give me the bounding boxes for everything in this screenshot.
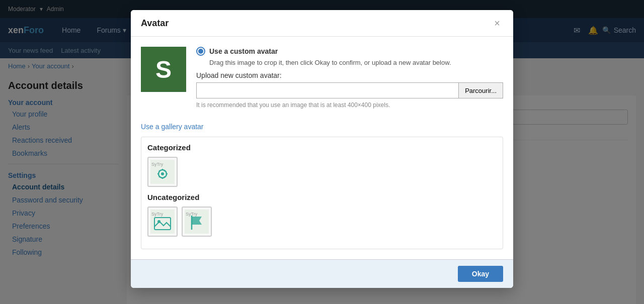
dialog-footer: Okay	[131, 259, 513, 288]
upload-label: Upload new custom avatar:	[196, 71, 503, 79]
upload-hint: It is recommended that you use an image …	[196, 102, 503, 109]
avatar-dialog: Avatar × S Use a custom avatar Drag this…	[131, 10, 513, 288]
dialog-title: Avatar	[141, 18, 169, 29]
custom-avatar-label: Use a custom avatar	[209, 47, 278, 55]
uncategorized-items: SyTry SyTry	[147, 207, 497, 237]
svg-text:SyTry: SyTry	[151, 162, 164, 167]
dialog-body: S Use a custom avatar Drag this image to…	[131, 37, 513, 259]
dialog-close-button[interactable]: ×	[491, 17, 503, 29]
avatar-options: Use a custom avatar Drag this image to c…	[196, 47, 503, 115]
upload-row: Parcourir...	[196, 82, 503, 98]
custom-avatar-option-row[interactable]: Use a custom avatar	[196, 47, 503, 56]
upload-browse-button[interactable]: Parcourir...	[458, 82, 503, 98]
gallery-item-uncat-1[interactable]: SyTry	[147, 207, 178, 237]
gallery-item-cat-1[interactable]: SyTry	[147, 157, 178, 187]
upload-input[interactable]	[196, 82, 458, 98]
svg-point-3	[161, 172, 164, 175]
gallery-section: Categorized SyTry Uncategor	[141, 137, 503, 249]
avatar-top-row: S Use a custom avatar Drag this image to…	[141, 47, 503, 115]
gallery-link[interactable]: Use a gallery avatar	[141, 123, 503, 131]
gallery-icon-settings: SyTry	[150, 160, 175, 184]
categorized-title: Categorized	[147, 143, 497, 152]
gallery-icon-image: SyTry	[150, 210, 175, 234]
avatar-preview: S	[141, 47, 186, 92]
custom-avatar-radio[interactable]	[196, 47, 205, 56]
gallery-icon-flag: SyTry	[185, 210, 209, 234]
dialog-header: Avatar ×	[131, 10, 513, 37]
uncategorized-title: Uncategorized	[147, 193, 497, 201]
custom-avatar-desc: Drag this image to crop it, then click O…	[209, 59, 503, 66]
gallery-item-uncat-2[interactable]: SyTry	[182, 207, 212, 237]
okay-button[interactable]: Okay	[458, 266, 503, 282]
avatar-letter: S	[155, 56, 172, 83]
svg-text:SyTry: SyTry	[151, 212, 164, 217]
modal-overlay: Avatar × S Use a custom avatar Drag this…	[0, 0, 644, 304]
categorized-items: SyTry	[147, 157, 497, 187]
